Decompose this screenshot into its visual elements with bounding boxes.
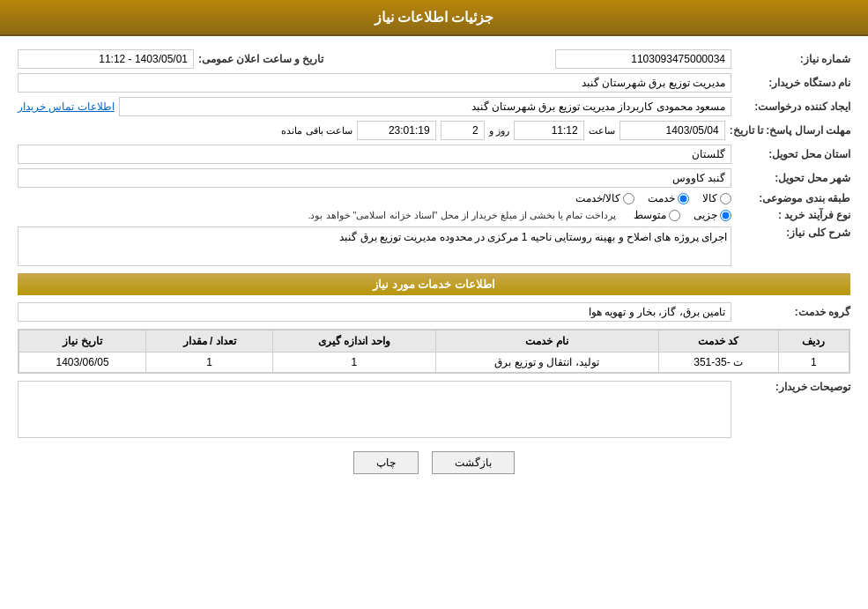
col-kod: کد خدمت xyxy=(658,330,778,353)
cell-vahed: 1 xyxy=(273,353,435,373)
row-nooe-farayand: نوع فرآیند خرید : جزیی متوسط پرداخت تمام… xyxy=(18,209,850,221)
tabaqe-khadamat-item: خدمت xyxy=(648,192,689,204)
tosifat-label: توصیحات خریدار: xyxy=(736,381,850,393)
content-area: شماره نیاز: 1103093475000034 تاریخ و ساع… xyxy=(0,36,868,496)
page-header: جزئیات اطلاعات نیاز xyxy=(0,0,868,36)
tarikh-label: تاریخ و ساعت اعلان عمومی: xyxy=(198,53,323,65)
tabaqe-khadamat-radio[interactable] xyxy=(678,193,689,204)
nam-dastgah-label: نام دستگاه خریدار: xyxy=(736,77,850,89)
gorooh-khadamat-value: تامین برق، گاز، بخار و تهویه هوا xyxy=(18,302,731,322)
shomara-label: شماره نیاز: xyxy=(736,53,850,65)
nooe-motavaset-radio[interactable] xyxy=(669,210,680,221)
row-ostan: استان محل تحویل: گلستان xyxy=(18,145,850,164)
tabaqe-radio-group: کالا خدمت کالا/خدمت xyxy=(575,192,731,204)
saat-mande-value: 23:01:19 xyxy=(357,121,436,140)
col-nam: نام خدمت xyxy=(435,330,658,353)
return-button[interactable]: بازگشت xyxy=(432,451,515,474)
tabaqe-kala-khadamat-label: کالا/خدمت xyxy=(575,192,620,204)
row-tabaqe: طبقه بندی موضوعی: کالا خدمت کالا/خدمت xyxy=(18,192,850,204)
shahr-value: گنبد کاووس xyxy=(18,168,731,188)
nooe-jozyi-radio[interactable] xyxy=(720,210,731,221)
row-sharh: شرح کلی نیاز: xyxy=(18,227,850,266)
shomara-value: 1103093475000034 xyxy=(555,49,731,69)
services-table-container: ردیف کد خدمت نام خدمت واحد اندازه گیری ت… xyxy=(18,329,850,374)
mohlet-saat-value: 11:12 xyxy=(514,121,584,140)
col-tedad: تعداد / مقدار xyxy=(146,330,273,353)
row-mohlet: مهلت ارسال پاسخ: تا تاریخ: 1403/05/04 سا… xyxy=(18,121,850,140)
gorooh-khadamat-label: گروه خدمت: xyxy=(736,306,850,318)
saat-mande-label: ساعت باقی مانده xyxy=(281,125,352,137)
col-radif: ردیف xyxy=(778,330,849,353)
page-wrapper: جزئیات اطلاعات نیاز شماره نیاز: 11030934… xyxy=(0,0,868,609)
shahr-label: شهر محل تحویل: xyxy=(736,172,850,184)
table-row: 1 ت -35-351 تولید، انتقال و توزیع برق 1 … xyxy=(19,353,849,373)
print-button[interactable]: چاپ xyxy=(353,451,419,474)
cell-nam: تولید، انتقال و توزیع برق xyxy=(435,353,658,373)
cell-tarikh: 1403/06/05 xyxy=(19,353,146,373)
cell-tedad: 1 xyxy=(146,353,273,373)
nooe-jozyi-label: جزیی xyxy=(694,209,717,221)
cell-kod: ت -35-351 xyxy=(658,353,778,373)
tarikh-value: 1403/05/01 - 11:12 xyxy=(18,49,194,69)
col-tarikh: تاریخ نیاز xyxy=(19,330,146,353)
nam-dastgah-value: مدیریت توزیع برق شهرستان گنبد xyxy=(18,73,731,93)
col-vahed: واحد اندازه گیری xyxy=(273,330,435,353)
tabaqe-kala-item: کالا xyxy=(702,192,731,204)
header-title: جزئیات اطلاعات نیاز xyxy=(375,10,494,25)
sharh-textarea[interactable] xyxy=(18,227,731,266)
nooe-farayand-label: نوع فرآیند خرید : xyxy=(736,209,850,221)
buttons-row: بازگشت چاپ xyxy=(18,451,850,474)
ijad-konande-label: ایجاد کننده درخواست: xyxy=(736,100,850,113)
tabaqe-khadamat-label: خدمت xyxy=(648,192,675,204)
sharh-label: شرح کلی نیاز: xyxy=(736,227,850,239)
tabaqe-kala-radio[interactable] xyxy=(720,193,731,204)
row-ijad-konande: ایجاد کننده درخواست: مسعود محمودی کاربرد… xyxy=(18,97,850,116)
tabaqe-kala-khadamat-item: کالا/خدمت xyxy=(575,192,634,204)
tabaqe-kala-label: کالا xyxy=(702,192,717,204)
nooe-description: پرداخت تمام یا بخشی از مبلغ خریدار از مح… xyxy=(308,210,616,221)
nooe-motavaset-label: متوسط xyxy=(634,209,666,221)
row-shomara-tarikh: شماره نیاز: 1103093475000034 تاریخ و ساع… xyxy=(18,49,850,69)
mohlet-label: مهلت ارسال پاسخ: تا تاریخ: xyxy=(730,124,850,137)
mohlet-saat-label: ساعت xyxy=(589,125,615,137)
row-gorooh-khadamat: گروه خدمت: تامین برق، گاز، بخار و تهویه … xyxy=(18,302,850,322)
row-shahr: شهر محل تحویل: گنبد کاووس xyxy=(18,168,850,188)
nooe-radio-group: جزیی متوسط xyxy=(634,209,731,221)
tosifat-textarea[interactable] xyxy=(18,381,731,438)
ijad-konande-value: مسعود محمودی کاربرداز مدیریت توزیع برق ش… xyxy=(119,97,731,116)
cell-radif: 1 xyxy=(778,353,849,373)
services-table: ردیف کد خدمت نام خدمت واحد اندازه گیری ت… xyxy=(19,330,849,373)
mohlet-roz-value: 2 xyxy=(441,121,485,140)
ettelaat-tamas-link[interactable]: اطلاعات تماس خریدار xyxy=(18,100,115,113)
mohlet-roz-label: روز و xyxy=(489,125,509,137)
ostan-label: استان محل تحویل: xyxy=(736,148,850,160)
nooe-jozyi-item: جزیی xyxy=(694,209,731,221)
row-tosifat: توصیحات خریدار: xyxy=(18,381,850,438)
khadamat-section-title: اطلاعات خدمات مورد نیاز xyxy=(18,273,850,295)
ostan-value: گلستان xyxy=(18,145,731,164)
tabaqe-label: طبقه بندی موضوعی: xyxy=(736,192,850,204)
row-nam-dastgah: نام دستگاه خریدار: مدیریت توزیع برق شهرس… xyxy=(18,73,850,93)
nooe-motavaset-item: متوسط xyxy=(634,209,680,221)
tabaqe-kala-khadamat-radio[interactable] xyxy=(623,193,634,204)
mohlet-date-value: 1403/05/04 xyxy=(619,121,725,140)
